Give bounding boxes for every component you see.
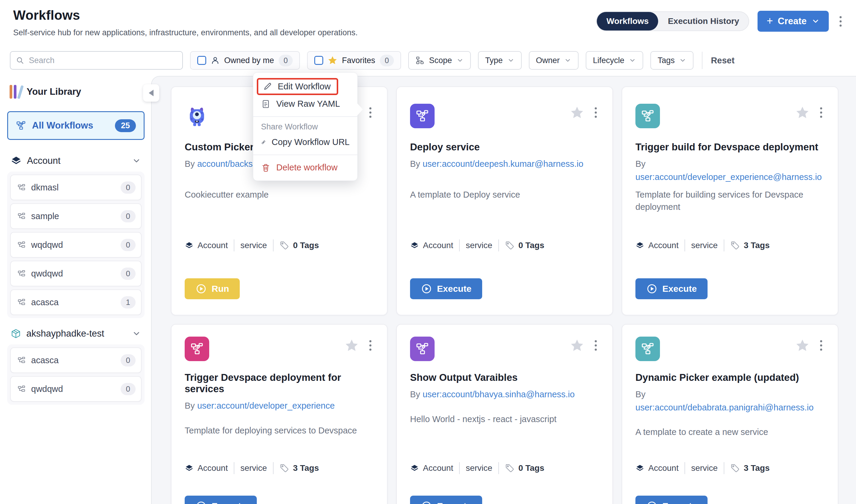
all-workflows-count-badge: 25	[115, 119, 136, 132]
owned-by-me-filter[interactable]: Owned by me 0	[190, 51, 300, 70]
tags-dropdown[interactable]: Tags	[650, 51, 694, 70]
card-owner-line: By user:account/developer_experience	[185, 399, 374, 413]
card-meta: Account service 0 Tags	[185, 239, 374, 251]
execute-button-label: Execute	[437, 501, 472, 504]
execute-button[interactable]: Execute	[185, 496, 257, 504]
tag-icon	[279, 463, 289, 473]
card-type: service	[240, 241, 267, 250]
card-meta: Account service 0 Tags	[410, 462, 599, 474]
card-meta: Account service 3 Tags	[185, 462, 374, 474]
page-title: Workflows	[13, 8, 358, 23]
sidebar-item-qwdqwd-2[interactable]: qwdqwd 0	[10, 376, 141, 402]
execute-button[interactable]: Execute	[635, 496, 707, 504]
group-items-akshayphadke-test: acasca 0 qwdqwd 0	[7, 344, 144, 405]
favorite-star-icon[interactable]	[795, 106, 809, 120]
run-button[interactable]: Run	[185, 278, 240, 299]
sidebar-item-acasca[interactable]: acasca 1	[10, 289, 141, 315]
cube-icon	[11, 328, 21, 339]
search-box	[10, 51, 183, 70]
menu-item-delete-workflow[interactable]: Delete workflow	[253, 159, 357, 176]
card-type: service	[691, 463, 718, 473]
owner-dropdown[interactable]: Owner	[529, 51, 579, 70]
card-owner-link[interactable]: user:account/developer_experience	[197, 401, 335, 411]
page-heading: Workflows Self-service hub for new appli…	[13, 8, 358, 37]
execute-button[interactable]: Execute	[410, 496, 482, 504]
sidebar-item-wqdqwd[interactable]: wqdqwd 0	[10, 232, 141, 258]
sidebar-item-label: wqdqwd	[31, 240, 115, 250]
library-header: Your Library	[7, 85, 144, 98]
card-owner-line: By user:account/deepesh.kumar@harness.io	[410, 158, 599, 184]
owned-by-me-label: Owned by me	[224, 56, 274, 65]
owned-by-me-checkbox[interactable]	[197, 56, 206, 65]
favorite-star-icon[interactable]	[570, 106, 584, 120]
card-scope: Account	[198, 463, 228, 473]
chevron-down-icon	[507, 57, 514, 64]
menu-item-copy-workflow-url[interactable]: Copy Workflow URL	[253, 134, 357, 150]
card-kebab-menu-icon[interactable]	[818, 338, 825, 353]
sidebar-item-qwdqwd[interactable]: qwdqwd 0	[10, 261, 141, 286]
top-bar-actions: Workflows Execution History + Create	[596, 11, 844, 32]
tab-workflows[interactable]: Workflows	[597, 12, 658, 31]
chevron-down-icon	[132, 329, 141, 338]
card-kebab-menu-icon[interactable]	[367, 338, 374, 353]
sidebar-item-label: sample	[31, 211, 115, 221]
sidebar-item-acasca-2[interactable]: acasca 0	[10, 347, 141, 373]
person-icon	[211, 56, 220, 65]
favorite-star-icon[interactable]	[570, 339, 584, 353]
card-owner-link[interactable]: account/backs	[197, 159, 253, 168]
sidebar-item-dkmasl[interactable]: dkmasl 0	[10, 175, 141, 200]
play-icon	[421, 500, 432, 504]
tag-icon	[505, 463, 514, 473]
card-owner-link[interactable]: user:account/bhavya.sinha@harness.io	[423, 390, 575, 399]
card-kebab-menu-icon[interactable]	[818, 105, 825, 120]
card-owner-link[interactable]: user:account/developer_experience@harnes…	[635, 172, 822, 182]
sidebar-item-label: acasca	[31, 298, 115, 307]
layers-icon	[635, 464, 645, 473]
sidebar-group-akshayphadke-test[interactable]: akshayphadke-test	[7, 328, 144, 339]
by-label: By	[635, 390, 646, 399]
type-dropdown[interactable]: Type	[478, 51, 522, 70]
plus-icon: +	[767, 16, 773, 26]
lifecycle-dropdown[interactable]: Lifecycle	[586, 51, 643, 70]
view-toggle: Workflows Execution History	[596, 11, 749, 31]
workflow-card-trigger-devspace-deployment: Trigger Devspace deployment for services…	[171, 324, 388, 504]
menu-item-view-raw-yaml[interactable]: View Raw YAML	[253, 96, 357, 112]
play-icon	[195, 283, 207, 294]
favorite-star-icon	[328, 56, 337, 65]
execute-button[interactable]: Execute	[410, 278, 482, 299]
layers-icon	[185, 464, 194, 473]
menu-item-edit-workflow[interactable]: Edit Workflow	[258, 79, 337, 93]
sidebar-group-account[interactable]: Account	[7, 156, 144, 166]
favorites-checkbox[interactable]	[314, 56, 323, 65]
sidebar-item-label: acasca	[31, 356, 115, 365]
execute-button[interactable]: Execute	[635, 278, 707, 299]
page-kebab-menu-icon[interactable]	[837, 14, 844, 29]
favorite-star-icon[interactable]	[345, 339, 359, 353]
sidebar-item-sample[interactable]: sample 0	[10, 203, 141, 229]
search-input[interactable]	[29, 56, 177, 65]
edit-workflow-highlight-ring: Edit Workflow	[257, 78, 338, 95]
card-kebab-menu-icon[interactable]	[592, 338, 599, 353]
pencil-icon	[262, 82, 272, 91]
card-type: service	[691, 241, 718, 250]
card-kebab-menu-icon[interactable]	[592, 105, 599, 120]
tab-execution-history[interactable]: Execution History	[658, 12, 749, 31]
sidebar-collapse-button[interactable]	[143, 84, 159, 102]
favorites-filter[interactable]: Favorites 0	[307, 51, 401, 70]
workflow-tile-icon	[410, 104, 434, 128]
create-button[interactable]: + Create	[757, 11, 829, 32]
sidebar-item-all-workflows[interactable]: All Workflows 25	[7, 111, 144, 140]
menu-item-label: Copy Workflow URL	[272, 137, 349, 147]
group-items-account: dkmasl 0 sample 0 wqdqwd 0 qwdqwd 0 acas…	[7, 172, 144, 318]
page-subtitle: Self-service hub for new applications, i…	[13, 28, 358, 37]
favorite-star-icon[interactable]	[795, 339, 809, 353]
scope-dropdown[interactable]: Scope	[408, 51, 471, 70]
card-owner-link[interactable]: user:account/deepesh.kumar@harness.io	[423, 159, 583, 168]
card-owner-link[interactable]: user:account/debabrata.panigrahi@harness…	[635, 403, 814, 412]
by-label: By	[410, 390, 420, 399]
card-kebab-menu-icon[interactable]	[367, 105, 374, 120]
tag-icon	[730, 463, 740, 473]
lifecycle-dropdown-label: Lifecycle	[593, 56, 624, 65]
reset-filters-button[interactable]: Reset	[711, 56, 735, 66]
run-button-label: Run	[211, 284, 229, 294]
